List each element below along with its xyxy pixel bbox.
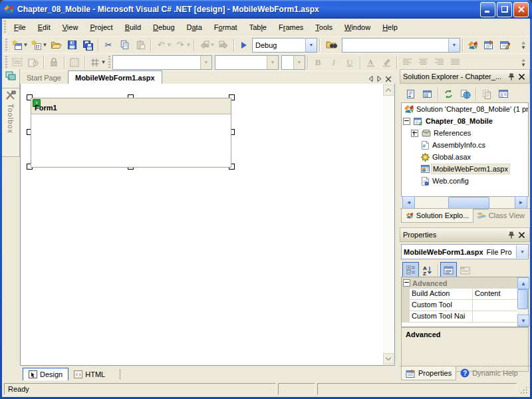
view-code-button[interactable] xyxy=(402,86,419,102)
tree-item-solution[interactable]: Solution 'Chapter_08_Mobile' (1 pro xyxy=(402,103,528,115)
resize-grip[interactable] xyxy=(519,384,528,394)
tab-dynamic-help[interactable]: ? Dynamic Help xyxy=(456,366,521,380)
menu-frames[interactable]: Frames xyxy=(273,21,309,34)
close-button[interactable] xyxy=(513,2,529,17)
object-selector-dropdown[interactable]: ▼ xyxy=(516,245,528,258)
display-borders-button[interactable] xyxy=(9,55,25,70)
pin-icon[interactable] xyxy=(505,230,516,240)
scroll-down-icon[interactable] xyxy=(383,353,394,364)
collapse-icon[interactable] xyxy=(403,279,410,287)
pin-icon[interactable] xyxy=(505,72,516,82)
scroll-up-icon[interactable] xyxy=(383,84,394,96)
toolbar-grip[interactable] xyxy=(5,56,8,69)
menu-edit[interactable]: Edit xyxy=(32,21,57,34)
property-value[interactable]: Content xyxy=(473,289,517,299)
scroll-tabs-left-icon[interactable] xyxy=(368,76,373,82)
tree-horizontal-scrollbar[interactable]: ◄ ► xyxy=(402,197,527,208)
font-size-dropdown[interactable]: ▼ xyxy=(293,56,305,69)
close-document-icon[interactable] xyxy=(386,76,391,82)
show-grid-button[interactable] xyxy=(66,55,82,70)
show-details-button[interactable] xyxy=(25,55,41,70)
toolbar-grip[interactable] xyxy=(108,56,111,69)
tree-item-mobilewebform[interactable]: MobileWebForm1.aspx xyxy=(402,163,528,175)
bold-button[interactable]: B xyxy=(310,55,326,70)
refresh-button[interactable] xyxy=(440,86,457,102)
copy-project-button[interactable] xyxy=(457,86,473,102)
expand-icon[interactable] xyxy=(411,130,418,137)
solution-explorer-toolbar-button[interactable] xyxy=(465,38,481,53)
tab-design[interactable]: Design xyxy=(23,368,68,382)
property-value[interactable] xyxy=(473,311,517,322)
property-row[interactable]: Build Action Content xyxy=(402,289,517,300)
underline-button[interactable]: U xyxy=(342,55,358,70)
property-value[interactable] xyxy=(473,300,517,311)
collapse-icon[interactable] xyxy=(403,118,410,125)
menu-grip[interactable] xyxy=(3,21,7,35)
undo-dropdown[interactable]: ▼ xyxy=(166,42,172,48)
navigate-back-dropdown[interactable]: ▼ xyxy=(209,42,215,48)
designer-vertical-scrollbar[interactable] xyxy=(383,84,394,364)
category-row-advanced[interactable]: Advanced xyxy=(402,277,517,289)
tab-mobilewebform1[interactable]: MobileWebForm1.aspx xyxy=(68,70,162,84)
style-dropdown[interactable]: ▼ xyxy=(200,56,211,69)
minimize-button[interactable] xyxy=(480,2,495,17)
menu-view[interactable]: View xyxy=(57,21,84,34)
tree-item-assemblyinfo[interactable]: # AssemblyInfo.cs xyxy=(402,139,528,151)
style-combo[interactable]: ▼ xyxy=(112,55,212,70)
design-surface[interactable]: › Form1 xyxy=(20,84,395,366)
solution-explorer-titlebar[interactable]: Solution Explorer - Chapter_... xyxy=(400,69,530,84)
close-panel-icon[interactable] xyxy=(516,72,527,82)
menu-window[interactable]: Window xyxy=(338,21,376,34)
properties-button[interactable] xyxy=(495,86,511,102)
menu-data[interactable]: Data xyxy=(181,21,208,34)
maximize-button[interactable] xyxy=(497,2,512,17)
configurations-dropdown[interactable]: ▼ xyxy=(305,39,317,52)
menu-debug[interactable]: Debug xyxy=(147,21,180,34)
save-button[interactable] xyxy=(64,38,80,53)
find-dropdown[interactable]: ▼ xyxy=(448,39,460,52)
scroll-left-icon[interactable]: ◄ xyxy=(402,196,415,209)
properties-window-toolbar-button[interactable] xyxy=(481,38,497,53)
scroll-tabs-right-icon[interactable] xyxy=(377,76,382,82)
properties-view-button[interactable] xyxy=(440,262,457,278)
paste-button[interactable] xyxy=(132,38,148,53)
tree-item-web-config[interactable]: Web.config xyxy=(402,175,528,187)
scrollbar-thumb[interactable] xyxy=(517,289,528,309)
menu-file[interactable]: File xyxy=(8,21,32,34)
align-center-button[interactable] xyxy=(415,55,431,70)
tree-item-global-asax[interactable]: Global.asax xyxy=(402,151,528,163)
redo-dropdown[interactable]: ▼ xyxy=(186,42,192,48)
menu-project[interactable]: Project xyxy=(84,21,118,34)
mobile-form-header[interactable]: › Form1 xyxy=(31,98,231,114)
align-left-button[interactable] xyxy=(399,55,415,70)
navigate-forward-button[interactable] xyxy=(215,38,231,53)
font-name-combo[interactable]: ▼ xyxy=(215,55,279,70)
close-panel-icon[interactable] xyxy=(516,230,527,240)
categorized-button[interactable] xyxy=(402,262,419,278)
title-bar[interactable]: Chapter_08_Mobile - Microsoft Visual C# … xyxy=(0,0,532,19)
tab-class-view[interactable]: Class View xyxy=(473,209,529,222)
menu-format[interactable]: Format xyxy=(208,21,243,34)
view-designer-button[interactable] xyxy=(419,86,436,102)
new-project-dropdown[interactable]: ▼ xyxy=(23,42,29,48)
show-all-files-button[interactable] xyxy=(478,86,495,102)
scroll-right-icon[interactable]: ► xyxy=(515,196,527,209)
font-color-button[interactable]: A xyxy=(362,55,378,70)
menu-tools[interactable]: Tools xyxy=(309,21,338,34)
scroll-up-icon[interactable]: ▲ xyxy=(517,277,529,289)
tab-start-page[interactable]: Start Page xyxy=(20,71,68,84)
tab-properties[interactable]: Properties xyxy=(401,366,456,380)
open-file-button[interactable] xyxy=(48,38,64,53)
align-right-button[interactable] xyxy=(431,55,447,70)
mobile-form-control[interactable]: › Form1 xyxy=(31,98,231,168)
italic-button[interactable]: I xyxy=(326,55,342,70)
scroll-down-icon[interactable]: ▼ xyxy=(517,315,529,327)
tab-html[interactable]: ‹› HTML xyxy=(68,368,110,381)
properties-titlebar[interactable]: Properties xyxy=(400,227,530,242)
property-row[interactable]: Custom Tool Nai xyxy=(402,311,517,323)
toolbar-grip[interactable] xyxy=(5,39,8,52)
object-selector-combo[interactable]: MobileWebForm1.aspx File Pro ▼ xyxy=(401,244,529,259)
lock-element-button[interactable] xyxy=(46,55,62,70)
tab-solution-explorer[interactable]: Solution Explo... xyxy=(401,209,473,223)
font-name-dropdown[interactable]: ▼ xyxy=(267,56,278,69)
